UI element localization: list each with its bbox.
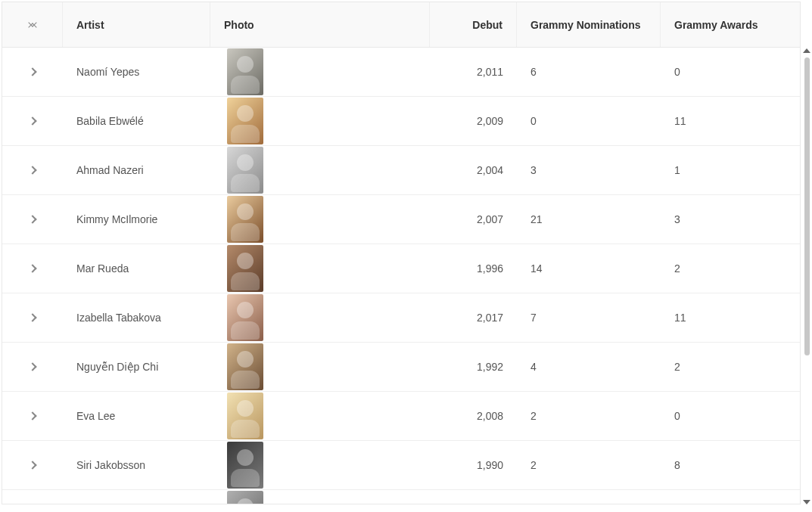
header-nominations[interactable]: Grammy Nominations — [517, 2, 661, 47]
cell-nominations: 2 — [517, 441, 661, 489]
cell-photo — [210, 293, 430, 342]
cell-artist: Ahmad Nazeri — [63, 146, 210, 194]
scrollbar-track[interactable] — [802, 57, 812, 481]
chevron-right-icon — [28, 166, 36, 174]
table-row: Babila Ebwélé 2,009 0 11 — [2, 97, 800, 146]
cell-artist: Kimmy McIlmorie — [63, 195, 210, 244]
cell-artist: Mar Rueda — [63, 244, 210, 293]
row-expand-toggle[interactable] — [2, 97, 63, 145]
cell-awards: 1 — [661, 146, 797, 194]
cell-awards: 8 — [661, 441, 797, 489]
cell-photo — [210, 97, 430, 145]
cell-nominations: 2 — [517, 392, 661, 440]
artist-photo — [227, 491, 263, 504]
cell-artist: Pablo Cambeiro — [63, 490, 210, 504]
cell-artist: Nguyễn Diệp Chi — [63, 343, 210, 391]
table-row: Ahmad Nazeri 2,004 3 1 — [2, 146, 800, 195]
row-expand-toggle[interactable] — [2, 490, 63, 504]
row-expand-toggle[interactable] — [2, 392, 63, 440]
chevron-right-icon — [28, 116, 36, 125]
artist-photo — [227, 343, 263, 390]
row-expand-toggle[interactable] — [2, 293, 63, 342]
artist-photo — [227, 147, 263, 194]
cell-artist: Naomí Yepes — [63, 48, 210, 96]
cell-photo — [210, 146, 430, 194]
cell-debut: 1,992 — [430, 343, 517, 391]
cell-awards: 11 — [661, 293, 797, 342]
artist-photo — [227, 196, 263, 243]
cell-awards: 0 — [661, 48, 797, 96]
scrollbar-thumb[interactable] — [804, 57, 810, 355]
row-expand-toggle[interactable] — [2, 244, 63, 293]
chevron-right-icon — [28, 67, 36, 76]
row-expand-toggle[interactable] — [2, 343, 63, 391]
header-awards[interactable]: Grammy Awards — [661, 2, 797, 47]
artist-photo — [227, 393, 263, 439]
table-row: Naomí Yepes 2,011 6 0 — [2, 48, 800, 97]
chevron-right-icon — [28, 411, 36, 420]
cell-debut: 2,004 — [430, 146, 517, 194]
grid-header: Artist Photo Debut Grammy Nominations Gr… — [2, 2, 800, 48]
header-expand-all[interactable] — [2, 2, 63, 47]
chevron-right-icon — [28, 362, 36, 371]
row-expand-toggle[interactable] — [2, 441, 63, 489]
cell-nominations: 5 — [517, 490, 661, 504]
cell-debut: 1,990 — [430, 441, 517, 489]
cell-artist: Izabella Tabakova — [63, 293, 210, 342]
header-artist[interactable]: Artist — [63, 2, 210, 47]
chevron-right-icon — [28, 264, 36, 272]
cell-debut: 1,996 — [430, 244, 517, 293]
cell-awards: 0 — [661, 392, 797, 440]
chevron-right-icon — [28, 215, 36, 223]
table-row: Izabella Tabakova 2,017 7 11 — [2, 293, 800, 343]
cell-nominations: 21 — [517, 195, 661, 244]
cell-awards: 2 — [661, 244, 797, 293]
cell-nominations: 0 — [517, 97, 661, 145]
cell-debut: 2,007 — [430, 195, 517, 244]
table-row: Pablo Cambeiro 2,011 5 0 — [2, 490, 800, 504]
cell-nominations: 6 — [517, 48, 661, 96]
artist-photo — [227, 48, 263, 95]
cell-photo — [210, 343, 430, 391]
table-row: Siri Jakobsson 1,990 2 8 — [2, 441, 800, 490]
cell-artist: Babila Ebwélé — [63, 97, 210, 145]
table-row: Eva Lee 2,008 2 0 — [2, 392, 800, 441]
cell-nominations: 7 — [517, 293, 661, 342]
artist-photo — [227, 245, 263, 292]
cell-nominations: 14 — [517, 244, 661, 293]
row-expand-toggle[interactable] — [2, 146, 63, 194]
cell-awards: 11 — [661, 97, 797, 145]
cell-artist: Siri Jakobsson — [63, 441, 210, 489]
data-grid: Artist Photo Debut Grammy Nominations Gr… — [2, 2, 801, 504]
scroll-down-button[interactable] — [803, 500, 810, 504]
chevron-right-icon — [28, 461, 36, 469]
table-row: Kimmy McIlmorie 2,007 21 3 — [2, 195, 800, 244]
cell-photo — [210, 441, 430, 489]
cell-debut: 2,011 — [430, 490, 517, 504]
header-photo[interactable]: Photo — [210, 2, 430, 47]
cell-artist: Eva Lee — [63, 392, 210, 440]
artist-photo — [227, 294, 263, 341]
cell-photo — [210, 392, 430, 440]
cell-awards: 2 — [661, 343, 797, 391]
cell-nominations: 4 — [517, 343, 661, 391]
row-expand-toggle[interactable] — [2, 195, 63, 244]
artist-photo — [227, 442, 263, 489]
cell-photo — [210, 195, 430, 244]
artist-photo — [227, 98, 263, 144]
cell-photo — [210, 244, 430, 293]
cell-debut: 2,017 — [430, 293, 517, 342]
cell-awards: 3 — [661, 195, 797, 244]
table-row: Mar Rueda 1,996 14 2 — [2, 244, 800, 293]
header-debut[interactable]: Debut — [430, 2, 517, 47]
cell-debut: 2,009 — [430, 97, 517, 145]
expand-collapse-all-icon — [30, 20, 36, 30]
cell-debut: 2,008 — [430, 392, 517, 440]
chevron-right-icon — [28, 313, 36, 321]
grid-body: Naomí Yepes 2,011 6 0 Babila Ebwélé 2,00… — [2, 48, 800, 504]
scroll-up-button[interactable] — [803, 48, 810, 53]
cell-photo — [210, 48, 430, 96]
cell-nominations: 3 — [517, 146, 661, 194]
cell-debut: 2,011 — [430, 48, 517, 96]
row-expand-toggle[interactable] — [2, 48, 63, 96]
